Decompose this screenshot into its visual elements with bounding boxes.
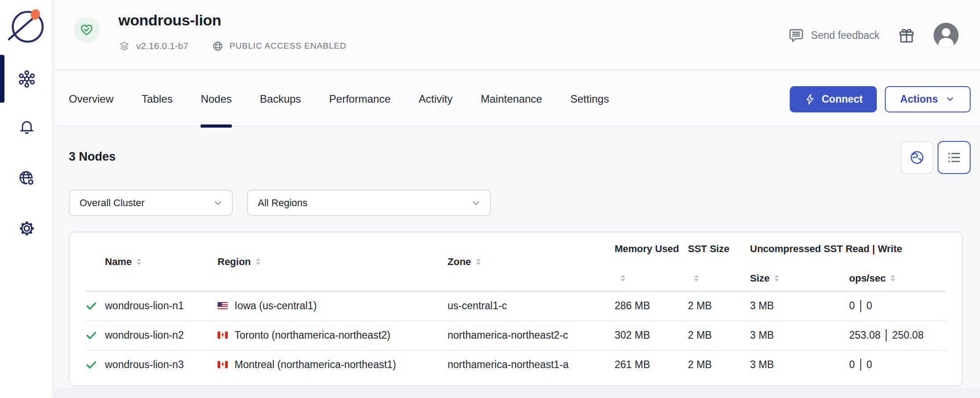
node-sst-size: 2 MB: [688, 300, 750, 312]
tab-actions: Connect Actions: [790, 71, 971, 127]
region-filter-dropdown[interactable]: All Regions: [247, 190, 491, 216]
us-flag-icon: [218, 302, 228, 309]
ops-read: 0: [849, 300, 855, 312]
column-label: ops/sec: [849, 273, 886, 284]
list-view-button[interactable]: [938, 141, 971, 174]
bell-icon: [18, 118, 36, 136]
node-memory: 286 MB: [615, 300, 688, 312]
sidebar-item-clusters[interactable]: [0, 70, 53, 88]
column-header-size[interactable]: Size: [750, 265, 849, 291]
sort-memory[interactable]: [615, 265, 688, 291]
actions-button[interactable]: Actions: [885, 86, 971, 112]
sidebar-item-network[interactable]: [0, 169, 53, 188]
gift-icon[interactable]: [897, 26, 916, 45]
column-header-ops-sec[interactable]: ops/sec: [849, 265, 962, 291]
feedback-bubble-icon: [787, 27, 805, 44]
metric-scope-dropdown[interactable]: Overall Cluster: [69, 190, 233, 216]
healthy-check-icon: [85, 358, 98, 371]
tab-tables[interactable]: Tables: [142, 71, 172, 127]
column-group-header-uncompressed-sst: Uncompressed SST Read | Write: [750, 232, 962, 265]
column-label: SST Size: [688, 243, 729, 255]
column-header-memory[interactable]: Memory Used: [615, 232, 688, 265]
node-health-cell: [70, 299, 105, 312]
node-region-cell: Iowa (us-central1): [218, 300, 448, 312]
version-label: v2.16.0.1-b7: [136, 41, 188, 51]
node-region-cell: Montreal (northamerica-northeast1): [218, 359, 448, 371]
gear-icon: [17, 219, 36, 238]
node-ops-cell: 0 0: [849, 300, 962, 312]
chevron-down-icon: [470, 197, 482, 209]
pipe-divider: [860, 359, 861, 371]
sort-icon[interactable]: [476, 258, 481, 265]
node-region: Toronto (northamerica-northeast2): [235, 329, 390, 341]
tab-overview[interactable]: Overview: [69, 71, 113, 127]
heart-check-icon: [79, 22, 94, 37]
sort-icon[interactable]: [891, 275, 895, 282]
actions-label: Actions: [900, 93, 938, 105]
column-header-region[interactable]: Region: [218, 232, 448, 291]
header-actions: Send feedback: [787, 0, 959, 70]
sidebar-item-settings[interactable]: [0, 219, 53, 238]
sidebar-item-alerts[interactable]: [0, 118, 53, 136]
cluster-meta: v2.16.0.1-b7 PUBLIC ACCESS ENABLED: [118, 39, 347, 53]
node-ops-cell: 253.08 250.08: [849, 329, 962, 341]
globe-gear-icon: [17, 169, 36, 188]
nodes-count-title: 3 Nodes: [69, 150, 116, 164]
column-header-zone[interactable]: Zone: [448, 232, 615, 291]
metric-scope-value: Overall Cluster: [80, 197, 144, 209]
list-icon: [946, 149, 963, 166]
column-label: Zone: [448, 256, 471, 268]
cluster-header: wondrous-lion v2.16.0.1-b7: [54, 0, 980, 70]
page-bottom-strip: [54, 387, 980, 398]
nodes-table-card: Name Region Zone Memory Used SST Size: [69, 232, 963, 386]
table-row[interactable]: wondrous-lion-n2 Toronto (northamerica-n…: [70, 320, 962, 350]
chevron-down-icon: [212, 197, 224, 209]
table-row[interactable]: wondrous-lion-n3 Montreal (northamerica-…: [70, 350, 962, 379]
node-zone: northamerica-northeast2-c: [448, 329, 615, 341]
health-status-badge: [74, 17, 100, 43]
node-uncompressed-size: 3 MB: [750, 359, 849, 371]
send-feedback-button[interactable]: Send feedback: [787, 27, 879, 44]
brand-logo-icon[interactable]: [4, 5, 46, 47]
ops-write: 0: [867, 359, 872, 371]
tab-maintenance[interactable]: Maintenance: [481, 71, 542, 127]
sort-sst-size[interactable]: [688, 265, 750, 291]
tab-activity[interactable]: Activity: [419, 71, 452, 127]
pipe-divider: [886, 329, 887, 341]
connect-button[interactable]: Connect: [790, 86, 877, 112]
node-zone: us-central1-c: [448, 300, 615, 312]
user-avatar[interactable]: [934, 23, 959, 48]
node-name: wondrous-lion-n1: [105, 300, 218, 312]
node-region: Montreal (northamerica-northeast1): [235, 359, 396, 371]
sort-icon[interactable]: [694, 275, 699, 282]
tab-settings[interactable]: Settings: [570, 71, 609, 127]
node-uncompressed-size: 3 MB: [750, 329, 849, 341]
tab-nodes[interactable]: Nodes: [201, 71, 231, 127]
tabs: Overview Tables Nodes Backups Performanc…: [69, 71, 609, 127]
ops-write: 0: [867, 300, 872, 312]
table-row[interactable]: wondrous-lion-n1 Iowa (us-central1) us-c…: [70, 291, 962, 320]
node-health-cell: [70, 358, 105, 371]
tab-bar: Overview Tables Nodes Backups Performanc…: [54, 71, 980, 127]
healthy-check-icon: [85, 299, 98, 312]
public-access-info: PUBLIC ACCESS ENABLED: [212, 40, 347, 52]
node-memory: 302 MB: [615, 329, 688, 341]
column-label: Name: [105, 256, 132, 268]
sidebar: [0, 0, 53, 398]
main-content: wondrous-lion v2.16.0.1-b7: [54, 0, 980, 398]
tab-performance[interactable]: Performance: [329, 71, 390, 127]
column-header-sst-size[interactable]: SST Size: [688, 232, 750, 265]
column-label: Size: [750, 273, 770, 284]
node-filters: Overall Cluster All Regions: [69, 190, 491, 216]
tab-backups[interactable]: Backups: [260, 71, 301, 127]
sort-icon[interactable]: [137, 258, 141, 265]
sort-icon[interactable]: [621, 275, 625, 282]
ops-read: 0: [849, 359, 855, 371]
sort-icon[interactable]: [256, 258, 260, 265]
column-header-name[interactable]: Name: [105, 232, 218, 291]
healthy-check-icon: [85, 329, 98, 342]
column-label: Uncompressed SST Read | Write: [750, 243, 902, 255]
sort-icon[interactable]: [775, 275, 779, 282]
node-zone: northamerica-northeast1-a: [448, 359, 615, 371]
map-view-button[interactable]: [900, 141, 934, 174]
